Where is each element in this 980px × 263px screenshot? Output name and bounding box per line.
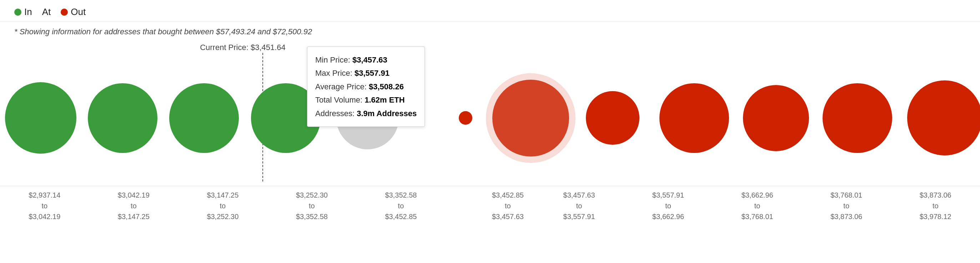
bubble-slot-6 xyxy=(441,111,490,125)
axis-label-8: $3,662.96to$3,768.01 xyxy=(713,190,802,225)
axis-labels: $2,937.14to$3,042.19 $3,042.19to$3,147.2… xyxy=(0,186,980,225)
bubbles-container xyxy=(0,54,980,182)
bubble-slot-8 xyxy=(571,91,653,145)
axis-label-4: $3,352.58to$3,452.85 xyxy=(356,190,445,225)
bubble-slot-1 xyxy=(0,82,82,154)
bubble-6[interactable] xyxy=(459,111,473,125)
bubble-slot-12 xyxy=(898,80,980,155)
axis-label-7: $3,557.91to$3,662.96 xyxy=(624,190,713,225)
legend: In At Out xyxy=(0,0,980,21)
bubble-slot-3 xyxy=(164,83,245,153)
tooltip-min-price: Min Price: $3,457.63 xyxy=(315,53,417,67)
tooltip-total-volume: Total Volume: 1.62m ETH xyxy=(315,93,417,107)
bubble-slot-9 xyxy=(653,83,735,153)
out-dot xyxy=(61,9,68,16)
legend-label-in: In xyxy=(24,6,32,18)
bubble-slot-2 xyxy=(82,83,164,153)
bubble-11[interactable] xyxy=(822,83,892,153)
bubble-slot-7 xyxy=(490,80,572,156)
bubble-9[interactable] xyxy=(659,83,729,153)
bubble-8[interactable] xyxy=(586,91,640,145)
axis-label-gap xyxy=(445,190,481,225)
bubble-slot-11 xyxy=(817,83,899,153)
legend-label-out: Out xyxy=(71,6,86,18)
bubble-12[interactable] xyxy=(907,80,980,155)
bubble-7[interactable] xyxy=(492,80,569,156)
bubble-2[interactable] xyxy=(88,83,158,153)
bubble-3[interactable] xyxy=(169,83,239,153)
tooltip-addresses: Addresses: 3.9m Addresses xyxy=(315,107,417,120)
axis-label-2: $3,147.25to$3,252.30 xyxy=(178,190,267,225)
axis-label-3: $3,252.30to$3,352.58 xyxy=(267,190,356,225)
tooltip-avg-price: Average Price: $3,508.26 xyxy=(315,80,417,93)
legend-label-at: At xyxy=(42,6,51,18)
current-price-label: Current Price: $3,451.64 xyxy=(200,43,286,52)
axis-label-0: $2,937.14to$3,042.19 xyxy=(0,190,89,225)
bubble-1[interactable] xyxy=(5,82,76,154)
axis-label-10: $3,873.06to$3,978.12 xyxy=(891,190,980,225)
tooltip: Min Price: $3,457.63 Max Price: $3,557.9… xyxy=(307,46,425,127)
legend-item-out: Out xyxy=(61,6,86,18)
chart-area: Current Price: $3,451.64 xyxy=(0,39,980,225)
axis-label-1: $3,042.19to$3,147.25 xyxy=(89,190,178,225)
bubble-slot-10 xyxy=(735,85,817,151)
legend-item-at: At xyxy=(42,6,51,18)
bubble-10[interactable] xyxy=(743,85,809,151)
subtitle: * Showing information for addresses that… xyxy=(0,21,980,39)
axis-label-5: $3,452.85to$3,457.63 xyxy=(481,190,535,225)
tooltip-max-price: Max Price: $3,557.91 xyxy=(315,67,417,80)
axis-label-9: $3,768.01to$3,873.06 xyxy=(802,190,891,225)
in-dot xyxy=(14,9,21,16)
legend-item-in: In xyxy=(14,6,32,18)
axis-label-6: $3,457.63to$3,557.91 xyxy=(535,190,624,225)
